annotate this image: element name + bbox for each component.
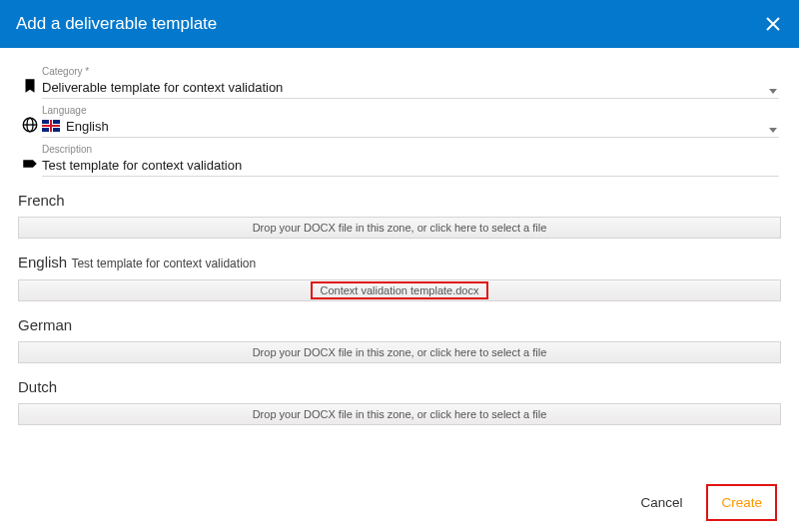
flag-uk-icon [42,120,60,132]
chevron-down-icon [769,128,777,133]
category-label: Category * [42,66,779,77]
section-title-dutch: Dutch [18,377,781,397]
section-title-french: French [18,191,781,211]
description-label: Description [42,144,779,155]
dropzone-english[interactable]: Context validation template.docx [18,279,781,301]
create-button-highlight: Create [706,484,777,521]
description-input[interactable]: Description Test template for context va… [42,144,779,177]
create-button[interactable]: Create [711,489,772,516]
cancel-button[interactable]: Cancel [634,487,688,518]
dropzone-text: Drop your DOCX file in this zone, or cli… [253,408,547,420]
section-title-english: English Test template for context valida… [18,253,781,273]
dialog: Add a deliverable template Category * De… [0,0,799,532]
dropzone-text: Drop your DOCX file in this zone, or cli… [253,346,547,358]
dialog-title: Add a deliverable template [16,14,217,34]
tag-icon [18,155,42,177]
globe-icon [18,116,42,138]
section-german: German Drop your DOCX file in this zone,… [18,315,781,363]
category-field-row: Category * Deliverable template for cont… [18,66,779,99]
language-field-row: Language English [18,105,779,138]
dialog-header: Add a deliverable template [0,0,799,48]
bookmark-icon [18,77,42,99]
section-french: French Drop your DOCX file in this zone,… [18,191,781,239]
dialog-body: Category * Deliverable template for cont… [0,48,799,478]
language-select[interactable]: Language English [42,105,779,138]
language-value: English [66,119,109,134]
language-label: Language [42,105,779,116]
dropzone-german[interactable]: Drop your DOCX file in this zone, or cli… [18,341,781,363]
close-icon[interactable] [763,14,783,34]
category-value: Deliverable template for context validat… [42,78,779,96]
section-dutch: Dutch Drop your DOCX file in this zone, … [18,377,781,425]
description-value: Test template for context validation [42,156,779,174]
section-subtitle-english: Test template for context validation [71,257,256,270]
dropzone-dutch[interactable]: Drop your DOCX file in this zone, or cli… [18,403,781,425]
section-title-german: German [18,315,781,335]
chevron-down-icon [769,89,777,94]
dropzone-french[interactable]: Drop your DOCX file in this zone, or cli… [18,217,781,239]
section-english: English Test template for context valida… [18,253,781,301]
dialog-footer: Cancel Create [0,478,799,532]
description-field-row: Description Test template for context va… [18,144,779,177]
category-select[interactable]: Category * Deliverable template for cont… [42,66,779,99]
uploaded-file-english: Context validation template.docx [311,281,489,299]
dropzone-text: Drop your DOCX file in this zone, or cli… [253,222,547,234]
